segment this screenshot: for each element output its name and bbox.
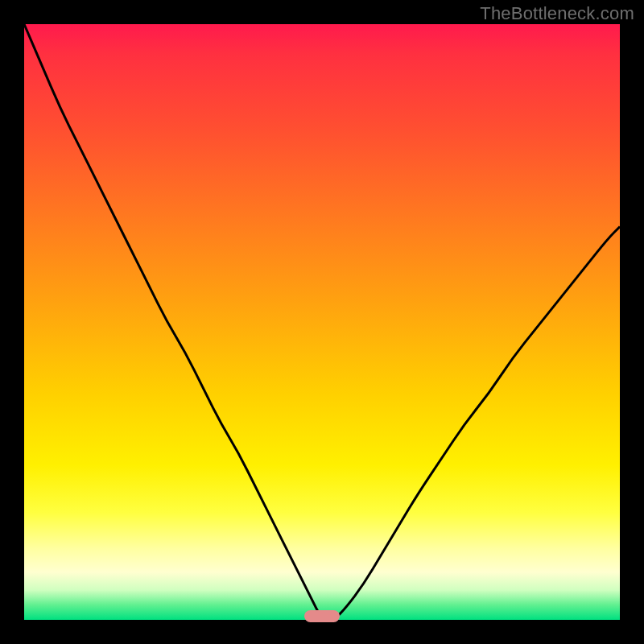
watermark-text: TheBottleneck.com — [480, 3, 634, 24]
curve-path — [24, 24, 620, 620]
minimum-marker — [304, 610, 340, 622]
chart-frame: TheBottleneck.com — [0, 0, 644, 644]
plot-area — [24, 24, 620, 620]
bottleneck-curve — [24, 24, 620, 620]
